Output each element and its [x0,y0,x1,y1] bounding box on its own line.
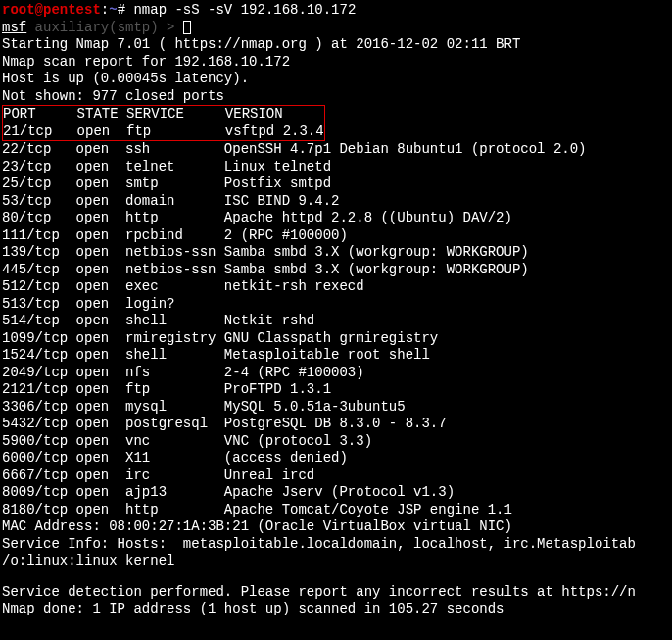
prompt-user: root [2,2,35,18]
table-header: PORT STATE SERVICE VERSION [3,106,324,123]
prompt-line[interactable]: root@pentest:~# nmap -sS -sV 192.168.10.… [2,2,670,20]
table-row: 512/tcp open exec netkit-rsh rexecd [2,278,670,296]
table-row: 8009/tcp open ajp13 Apache Jserv (Protoc… [2,484,670,502]
table-row: 21/tcp open ftp vsftpd 2.3.4 [3,123,324,141]
output-line: MAC Address: 08:00:27:1A:3B:21 (Oracle V… [2,518,670,536]
table-row: 1099/tcp open rmiregistry GNU Classpath … [2,330,670,348]
table-row: 3306/tcp open mysql MySQL 5.0.51a-3ubunt… [2,399,670,417]
output-line: Service detection performed. Please repo… [2,584,670,602]
table-row: 6000/tcp open X11 (access denied) [2,450,670,468]
table-row: 6667/tcp open irc Unreal ircd [2,468,670,485]
table-row: 22/tcp open ssh OpenSSH 4.7p1 Debian 8ub… [2,141,670,159]
prompt-at: @ [35,2,43,18]
table-row: 5900/tcp open vnc VNC (protocol 3.3) [2,433,670,451]
table-row: 2049/tcp open nfs 2-4 (RPC #100003) [2,365,670,382]
prompt-host: pentest [43,2,101,18]
msf-ghost-line: msf auxiliary(smtp) > [2,20,670,37]
table-row: 2121/tcp open ftp ProFTPD 1.3.1 [2,381,670,399]
blank-line [2,570,670,584]
command: nmap -sS -sV 192.168.10.172 [133,2,356,18]
prompt-path: ~ [109,2,117,18]
output-line: Service Info: Hosts: metasploitable.loca… [2,536,670,554]
prompt-hash: # [118,2,125,18]
prompt-colon: : [101,2,109,18]
table-row: 23/tcp open telnet Linux telnetd [2,159,670,176]
table-row: 53/tcp open domain ISC BIND 9.4.2 [2,193,670,211]
table-row: 513/tcp open login? [2,296,670,314]
output-line: Nmap scan report for 192.168.10.172 [2,54,670,72]
output-line: Not shown: 977 closed ports [2,88,670,106]
output-line: Starting Nmap 7.01 ( https://nmap.org ) … [2,36,670,54]
table-row: 25/tcp open smtp Postfix smtpd [2,175,670,193]
highlighted-port-box: PORT STATE SERVICE VERSION21/tcp open ft… [2,105,325,141]
table-row: 139/tcp open netbios-ssn Samba smbd 3.X … [2,244,670,262]
cursor-icon [183,21,191,34]
table-row: 80/tcp open http Apache httpd 2.2.8 ((Ub… [2,210,670,227]
table-row: 514/tcp open shell Netkit rshd [2,313,670,330]
table-row: 111/tcp open rpcbind 2 (RPC #100000) [2,227,670,245]
output-line: Host is up (0.00045s latency). [2,71,670,88]
output-line: Nmap done: 1 IP address (1 host up) scan… [2,601,670,618]
output-line: /o:linux:linux_kernel [2,553,670,570]
msf-label: msf [2,20,26,35]
table-row: 1524/tcp open shell Metasploitable root … [2,347,670,365]
table-row: 8180/tcp open http Apache Tomcat/Coyote … [2,502,670,519]
table-row: 5432/tcp open postgresql PostgreSQL DB 8… [2,416,670,433]
table-row: 445/tcp open netbios-ssn Samba smbd 3.X … [2,262,670,279]
